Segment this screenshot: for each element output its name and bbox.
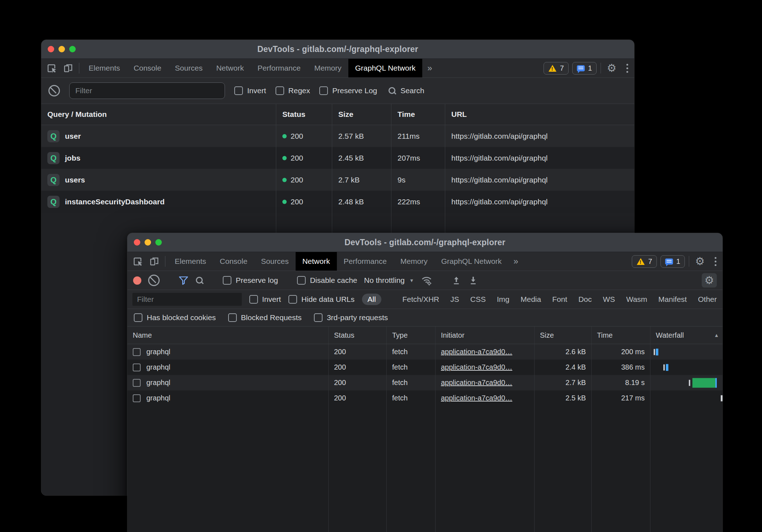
- messages-badge[interactable]: 1: [572, 62, 597, 75]
- tab-graphql-network[interactable]: GraphQL Network: [434, 252, 508, 271]
- zoom-button[interactable]: [69, 46, 76, 52]
- tab-sources[interactable]: Sources: [168, 59, 210, 77]
- type-filter-img[interactable]: Img: [496, 294, 510, 305]
- tab-console[interactable]: Console: [127, 59, 168, 77]
- table-row[interactable]: graphql 200 fetch application-a7ca9d0… 2…: [127, 344, 723, 360]
- type-cell: fetch: [386, 390, 435, 406]
- kebab-menu-icon[interactable]: [708, 252, 723, 271]
- search-button[interactable]: Search: [388, 86, 424, 95]
- table-row[interactable]: graphql 200 fetch application-a7ca9d0… 2…: [127, 390, 723, 406]
- column-header-type[interactable]: Type: [386, 327, 435, 344]
- titlebar[interactable]: DevTools - gitlab.com/-/graphql-explorer: [127, 233, 723, 252]
- record-icon[interactable]: [133, 276, 141, 285]
- table-row[interactable]: Q user 200 2.57 kB 211ms https://gitlab.…: [41, 125, 634, 147]
- kebab-menu-icon[interactable]: [620, 59, 634, 77]
- close-button[interactable]: [48, 46, 54, 52]
- blocked-requests-checkbox[interactable]: Blocked Requests: [228, 313, 302, 322]
- export-har-icon[interactable]: [468, 275, 478, 285]
- initiator-link[interactable]: application-a7ca9d0…: [441, 363, 512, 371]
- type-filter-manifest[interactable]: Manifest: [658, 294, 687, 305]
- type-filter-font[interactable]: Font: [551, 294, 568, 305]
- invert-checkbox[interactable]: Invert: [234, 86, 266, 95]
- table-row[interactable]: Q jobs 200 2.45 kB 207ms https://gitlab.…: [41, 147, 634, 169]
- warnings-badge[interactable]: 7: [632, 255, 657, 268]
- preserve-log-checkbox[interactable]: Preserve log: [223, 276, 278, 285]
- tab-performance[interactable]: Performance: [251, 59, 307, 77]
- minimize-button[interactable]: [145, 239, 151, 246]
- checkbox-box: [288, 295, 297, 304]
- filter-input[interactable]: [132, 293, 242, 306]
- network-settings-button[interactable]: ⚙: [702, 273, 717, 288]
- tab-elements[interactable]: Elements: [82, 59, 127, 77]
- search-icon[interactable]: [195, 276, 204, 285]
- more-tabs-button[interactable]: »: [508, 252, 523, 271]
- column-header-url: URL: [445, 104, 634, 125]
- column-header-name[interactable]: Name: [127, 327, 328, 344]
- tab-sources[interactable]: Sources: [254, 252, 296, 271]
- table-row[interactable]: Q instanceSecurityDashboard 200 2.48 kB …: [41, 191, 634, 213]
- tab-network[interactable]: Network: [296, 252, 337, 271]
- throttling-dropdown[interactable]: No throttling ▼: [364, 276, 414, 285]
- warnings-badge[interactable]: 7: [544, 62, 569, 75]
- row-checkbox[interactable]: [133, 394, 141, 402]
- messages-badge[interactable]: 1: [660, 255, 685, 268]
- regex-checkbox[interactable]: Regex: [276, 86, 310, 95]
- type-filter-wasm[interactable]: Wasm: [625, 294, 648, 305]
- network-conditions-icon[interactable]: [421, 275, 432, 286]
- tab-elements[interactable]: Elements: [168, 252, 213, 271]
- initiator-link[interactable]: application-a7ca9d0…: [441, 379, 512, 387]
- device-toolbar-icon[interactable]: [146, 252, 163, 271]
- tab-memory[interactable]: Memory: [394, 252, 434, 271]
- column-header-initiator[interactable]: Initiator: [435, 327, 534, 344]
- type-filter-all[interactable]: All: [362, 294, 381, 305]
- import-har-icon[interactable]: [451, 275, 461, 285]
- tab-performance[interactable]: Performance: [337, 252, 394, 271]
- type-filter-js[interactable]: JS: [450, 294, 460, 305]
- tab-network[interactable]: Network: [210, 59, 251, 77]
- row-checkbox[interactable]: [133, 364, 141, 371]
- initiator-link[interactable]: application-a7ca9d0…: [441, 348, 512, 356]
- type-filter-media[interactable]: Media: [520, 294, 542, 305]
- more-tabs-button[interactable]: »: [422, 59, 437, 77]
- inspect-element-icon[interactable]: [43, 59, 60, 77]
- settings-gear-icon[interactable]: ⚙: [603, 59, 620, 77]
- column-header-size[interactable]: Size: [534, 327, 591, 344]
- device-toolbar-icon[interactable]: [60, 59, 76, 77]
- tab-graphql-network[interactable]: GraphQL Network: [348, 59, 422, 77]
- column-header-time[interactable]: Time: [591, 327, 650, 344]
- row-checkbox[interactable]: [133, 348, 141, 356]
- type-filter-ws[interactable]: WS: [602, 294, 616, 305]
- query-name-cell: Q user: [41, 125, 276, 147]
- close-button[interactable]: [134, 239, 140, 246]
- column-header-waterfall[interactable]: Waterfall ▲: [650, 327, 723, 344]
- zoom-button[interactable]: [155, 239, 162, 246]
- clear-icon[interactable]: [148, 275, 160, 286]
- settings-gear-icon[interactable]: ⚙: [692, 252, 708, 271]
- size-cell: 2.45 kB: [332, 147, 391, 169]
- disable-cache-checkbox[interactable]: Disable cache: [297, 276, 357, 285]
- filter-funnel-icon[interactable]: [179, 276, 188, 285]
- table-row[interactable]: graphql 200 fetch application-a7ca9d0… 2…: [127, 360, 723, 375]
- clear-icon[interactable]: [48, 85, 60, 96]
- inspect-element-icon[interactable]: [130, 252, 146, 271]
- type-filter-other[interactable]: Other: [697, 294, 718, 305]
- type-filter-fetch-xhr[interactable]: Fetch/XHR: [402, 294, 440, 305]
- type-filter-doc[interactable]: Doc: [578, 294, 592, 305]
- invert-checkbox[interactable]: Invert: [249, 295, 281, 304]
- titlebar[interactable]: DevTools - gitlab.com/-/graphql-explorer: [41, 40, 634, 59]
- preserve-log-checkbox[interactable]: Preserve Log: [319, 86, 377, 95]
- column-header-status[interactable]: Status: [328, 327, 386, 344]
- type-filter-css[interactable]: CSS: [470, 294, 486, 305]
- tab-memory[interactable]: Memory: [307, 59, 348, 77]
- has-blocked-cookies-checkbox[interactable]: Has blocked cookies: [134, 313, 216, 322]
- table-row[interactable]: graphql 200 fetch application-a7ca9d0… 2…: [127, 375, 723, 390]
- third-party-requests-checkbox[interactable]: 3rd-party requests: [314, 313, 388, 322]
- hide-data-urls-checkbox[interactable]: Hide data URLs: [288, 295, 354, 304]
- tab-console[interactable]: Console: [213, 252, 254, 271]
- row-checkbox[interactable]: [133, 379, 141, 387]
- minimize-button[interactable]: [58, 46, 65, 52]
- time-cell: 222ms: [391, 191, 445, 213]
- filter-input[interactable]: [69, 82, 225, 99]
- table-row[interactable]: Q users 200 2.7 kB 9s https://gitlab.com…: [41, 169, 634, 191]
- initiator-link[interactable]: application-a7ca9d0…: [441, 394, 512, 402]
